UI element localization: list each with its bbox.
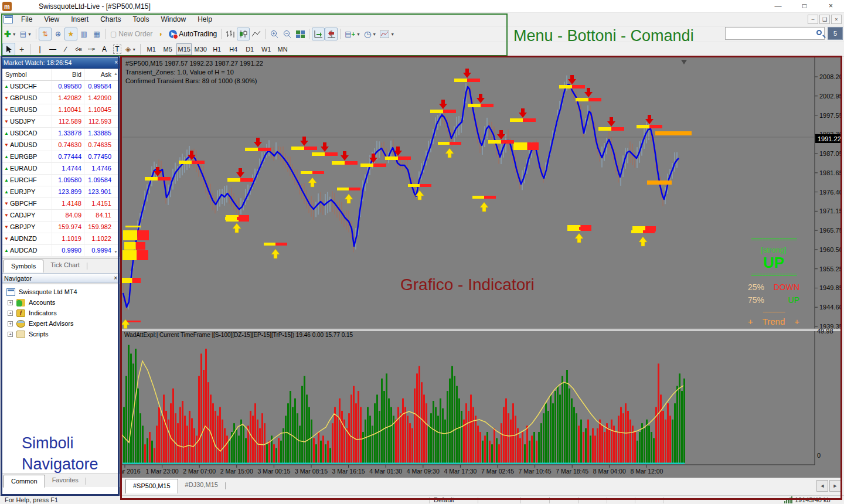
tab-sp500[interactable]: #SP500,M15: [125, 479, 178, 493]
svg-text:1 Mar 23:00: 1 Mar 23:00: [146, 468, 179, 475]
indicators-button[interactable]: ▤+▼: [343, 28, 362, 40]
autotrading-label: AutoTrading: [179, 30, 217, 38]
mdi-restore-button[interactable]: ❑: [819, 15, 830, 24]
line-chart-button[interactable]: [250, 28, 263, 40]
expand-icon[interactable]: +: [8, 311, 13, 316]
market-watch-row[interactable]: CADJPY84.0984.11: [2, 210, 120, 222]
price-direction-icon: [4, 213, 10, 218]
favorites-button[interactable]: ★: [64, 28, 77, 40]
market-watch-row[interactable]: AUDUSD0.746300.74635: [2, 139, 120, 151]
market-watch-row[interactable]: EURUSD1.100411.10045: [2, 104, 120, 116]
vertical-line-button[interactable]: |: [33, 43, 46, 56]
tab-tick-chart[interactable]: Tick Chart: [43, 259, 87, 272]
autotrading-button[interactable]: ▶AutoTrading: [167, 28, 219, 40]
cursor-button[interactable]: [2, 43, 15, 56]
market-watch-row[interactable]: GBPUSD1.420821.42090: [2, 93, 120, 104]
tile-windows-button[interactable]: [294, 28, 307, 40]
market-watch-row[interactable]: EURJPY123.899123.901: [2, 186, 120, 198]
tree-item-expert-advisors[interactable]: + Expert Advisors: [2, 318, 120, 329]
menu-view[interactable]: View: [38, 13, 65, 26]
periods-button[interactable]: ◷▼: [362, 28, 378, 40]
market-watch-row[interactable]: AUDCAD0.99900.9994: [2, 245, 120, 257]
tab-favorites[interactable]: Favorites: [45, 474, 86, 487]
svg-text:1976.40: 1976.40: [819, 189, 842, 196]
timeframe-h1-button[interactable]: H1: [209, 43, 224, 55]
search-icon[interactable]: [816, 30, 822, 35]
tab-common[interactable]: Common: [4, 475, 45, 488]
market-watch-row[interactable]: USDJPY112.589112.593: [2, 116, 120, 128]
zoom-in-button[interactable]: [268, 28, 281, 40]
bar-chart-button[interactable]: [224, 28, 237, 40]
timeframe-w1-button[interactable]: W1: [258, 43, 274, 55]
scroll-up-icon[interactable]: ▲: [114, 71, 118, 76]
search-input[interactable]: [727, 28, 809, 39]
minimize-button[interactable]: —: [765, 0, 791, 13]
tabs-scroll-left-button[interactable]: ◄: [816, 480, 828, 492]
new-chart-button[interactable]: ✚▼: [2, 28, 18, 40]
templates-button[interactable]: ▼: [378, 28, 396, 40]
scroll-down-icon[interactable]: ▼: [114, 250, 118, 254]
maximize-button[interactable]: □: [791, 0, 818, 13]
timeframe-h4-button[interactable]: H4: [226, 43, 241, 55]
market-watch-row[interactable]: USDCHF0.995800.99584: [2, 81, 120, 93]
close-icon[interactable]: ×: [114, 59, 118, 66]
timeframe-m15-button[interactable]: M15: [176, 43, 192, 55]
timeframe-m30-button[interactable]: M30: [193, 43, 208, 55]
horizontal-line-button[interactable]: —: [46, 43, 59, 56]
data-window-button[interactable]: ⊕: [52, 28, 64, 40]
timeframe-m5-button[interactable]: M5: [160, 43, 175, 55]
market-watch-row[interactable]: EURCHF1.095801.09584: [2, 175, 120, 186]
tree-item-indicators[interactable]: + f Indicators: [2, 308, 120, 318]
market-watch-toggle-icon: ⇅: [42, 30, 48, 38]
signals-button[interactable]: ◗: [154, 28, 167, 40]
menu-file[interactable]: File: [15, 13, 38, 26]
market-watch-row[interactable]: EURGBP0.774440.77450: [2, 151, 120, 163]
chart-shift-button[interactable]: [325, 28, 338, 40]
label-tool-button[interactable]: T: [111, 43, 124, 56]
tree-item-accounts[interactable]: + Accounts: [2, 297, 120, 308]
market-watch-row[interactable]: GBPCHF1.41481.4151: [2, 198, 120, 210]
timeframe-m1-button[interactable]: M1: [144, 43, 159, 55]
menu-insert[interactable]: Insert: [65, 13, 94, 26]
fibonacci-button[interactable]: ┄F: [85, 43, 98, 56]
tabs-scroll-right-button[interactable]: ►: [829, 480, 841, 492]
expand-icon[interactable]: +: [8, 321, 13, 326]
mdi-close-button[interactable]: ×: [831, 15, 842, 24]
menu-tools[interactable]: Tools: [127, 13, 155, 26]
autoscroll-button[interactable]: [312, 28, 325, 40]
trendline-button[interactable]: ∕: [59, 43, 72, 56]
menu-help[interactable]: Help: [192, 13, 218, 26]
candlestick-chart-button[interactable]: [237, 28, 250, 40]
status-profile[interactable]: Default: [434, 496, 454, 503]
market-watch-row[interactable]: AUDNZD1.10191.1022: [2, 233, 120, 245]
market-watch-row[interactable]: GBPJPY159.974159.982: [2, 222, 120, 233]
market-watch-list-button[interactable]: ▥: [77, 28, 90, 40]
profiles-button[interactable]: ▤▼: [18, 28, 33, 40]
new-order-button[interactable]: ▢New Order: [108, 28, 154, 40]
svg-text:49.98: 49.98: [817, 328, 833, 335]
market-watch-row[interactable]: USDCAD1.338781.33885: [2, 128, 120, 139]
zoom-out-button[interactable]: [281, 28, 294, 40]
mdi-minimize-button[interactable]: –: [808, 15, 818, 24]
equidistant-channel-button[interactable]: =E: [72, 43, 85, 56]
text-tool-button[interactable]: A: [98, 43, 111, 56]
crosshair-button[interactable]: +: [15, 43, 28, 56]
expand-icon[interactable]: +: [8, 332, 13, 337]
arrows-tool-button[interactable]: ◈▼: [124, 43, 138, 56]
price-chart[interactable]: 2008.202002.951997.551992.301987.051981.…: [121, 57, 842, 478]
market-watch-toggle-button[interactable]: ⇅: [39, 28, 52, 40]
close-button[interactable]: ×: [818, 0, 844, 13]
tab-symbols[interactable]: Symbols: [4, 260, 43, 273]
notifications-button[interactable]: 5: [828, 27, 843, 40]
timeframe-d1-button[interactable]: D1: [242, 43, 257, 55]
tree-root-account[interactable]: Swissquote Ltd MT4: [2, 287, 120, 297]
close-icon[interactable]: ×: [114, 275, 117, 281]
timeframe-mn-button[interactable]: MN: [275, 43, 290, 55]
menu-window[interactable]: Window: [155, 13, 192, 26]
strategy-tester-button[interactable]: ▦: [90, 28, 103, 40]
tab-dj30[interactable]: #DJ30,M15: [178, 478, 225, 493]
expand-icon[interactable]: +: [8, 300, 13, 305]
market-watch-row[interactable]: EURAUD1.47441.4746: [2, 163, 120, 175]
menu-charts[interactable]: Charts: [94, 13, 127, 26]
tree-item-scripts[interactable]: + Scripts: [2, 329, 120, 339]
